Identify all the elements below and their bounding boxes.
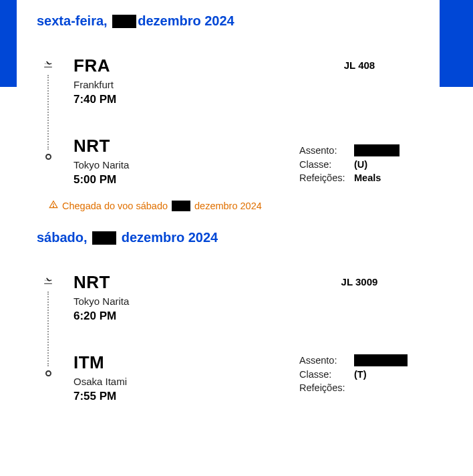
seat-label: Assento: (299, 355, 354, 366)
itinerary-content: sexta-feira, dezembro 2024 FRA Frankfurt… (17, 0, 440, 423)
meals-label: Refeições: (299, 172, 354, 183)
legs-column: NRT Tokyo Narita 6:20 PM ITM Osaka Itami… (73, 272, 129, 403)
arrival-block: NRT Tokyo Narita 5:00 PM (73, 136, 129, 187)
flight-segment-2: NRT Tokyo Narita 6:20 PM ITM Osaka Itami… (37, 272, 420, 403)
arrival-different-day-note: Chegada do voo sábado dezembro 2024 (49, 200, 420, 211)
flight-info-column: JL 408 Assento: Classe: (U) Refeições: M… (299, 55, 420, 186)
flight-info-table: Assento: Classe: (T) Refeições: (299, 354, 420, 393)
flight-number: JL 3009 (299, 276, 420, 287)
redacted-seat (354, 354, 408, 366)
class-value: (T) (354, 369, 367, 380)
meals-value: Meals (354, 172, 381, 183)
arrival-marker-icon (45, 154, 51, 160)
brand-bar-left (0, 0, 17, 87)
route-line (47, 291, 49, 366)
arrive-airport-name: Tokyo Narita (73, 159, 129, 170)
arrival-block: ITM Osaka Itami 7:55 PM (73, 352, 129, 403)
date-suffix: dezembro 2024 (138, 13, 234, 29)
meals-label: Refeições: (299, 382, 354, 393)
arrival-marker-icon (45, 370, 51, 376)
flight-info-table: Assento: Classe: (U) Refeições: Meals (299, 144, 420, 183)
departure-block: FRA Frankfurt 7:40 PM (73, 55, 129, 106)
class-value: (U) (354, 159, 367, 170)
depart-time: 6:20 PM (73, 310, 129, 323)
redacted-seat (354, 144, 400, 156)
arrival-note-prefix: Chegada do voo sábado (62, 201, 168, 211)
depart-airport-name: Tokyo Narita (73, 295, 129, 307)
route-line (47, 75, 49, 150)
depart-airport-code: FRA (73, 55, 129, 76)
timeline (43, 59, 53, 160)
arrive-time: 7:55 PM (73, 390, 129, 403)
flight-number: JL 408 (299, 60, 420, 71)
depart-airport-code: NRT (73, 272, 129, 293)
arrive-airport-name: Osaka Itami (73, 376, 129, 387)
redacted-day (112, 15, 136, 28)
arrive-airport-code: NRT (73, 136, 129, 156)
departure-icon (43, 275, 53, 287)
arrive-time: 5:00 PM (73, 173, 129, 187)
warning-icon (49, 200, 58, 211)
class-label: Classe: (299, 159, 354, 170)
arrival-note-suffix: dezembro 2024 (194, 201, 262, 211)
departure-icon (43, 59, 53, 71)
departure-block: NRT Tokyo Narita 6:20 PM (73, 272, 129, 323)
date-prefix: sábado, (37, 230, 88, 245)
redacted-arrival-day (172, 201, 190, 211)
date-header-2: sábado, dezembro 2024 (37, 230, 420, 245)
legs-column: FRA Frankfurt 7:40 PM NRT Tokyo Narita 5… (73, 55, 129, 187)
seat-label: Assento: (299, 145, 354, 156)
class-label: Classe: (299, 369, 354, 380)
timeline (43, 275, 53, 376)
redacted-day (92, 231, 116, 245)
arrive-airport-code: ITM (73, 352, 129, 373)
date-header-1: sexta-feira, dezembro 2024 (37, 13, 420, 29)
date-suffix: dezembro 2024 (122, 230, 218, 245)
date-prefix: sexta-feira, (37, 13, 108, 29)
depart-airport-name: Frankfurt (73, 79, 129, 90)
svg-point-1 (53, 206, 54, 207)
flight-segment-1: FRA Frankfurt 7:40 PM NRT Tokyo Narita 5… (37, 55, 420, 187)
flight-info-column: JL 3009 Assento: Classe: (T) Refeições: (299, 272, 420, 396)
brand-bar-right (440, 0, 473, 87)
depart-time: 7:40 PM (73, 93, 129, 106)
